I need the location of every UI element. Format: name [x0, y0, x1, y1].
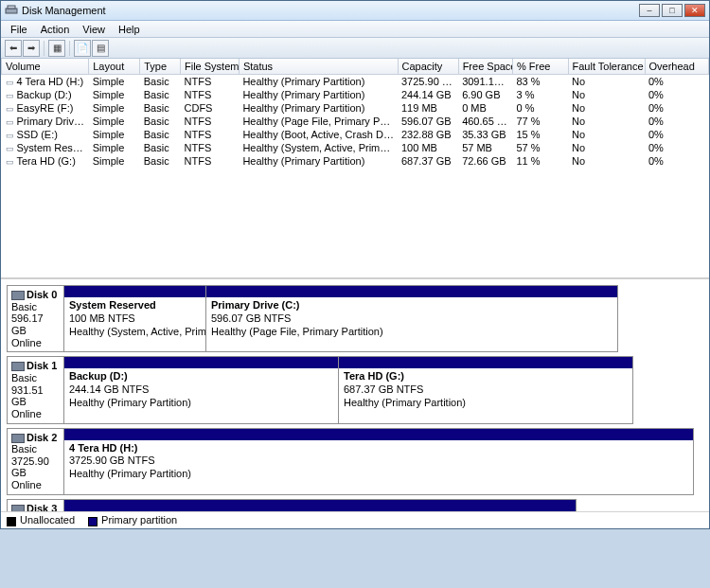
close-button[interactable]: ✕: [684, 4, 705, 17]
partition[interactable]: 4 Tera HD (H:)3725.90 GB NTFSHealthy (Pr…: [64, 429, 693, 494]
cell: 460.65 GB: [458, 115, 512, 128]
column-header[interactable]: Type: [140, 59, 181, 75]
disk-label[interactable]: Disk 3Basic232.88 GBOnline: [8, 500, 64, 511]
column-header[interactable]: Status: [239, 59, 398, 75]
volume-row[interactable]: Backup (D:)SimpleBasicNTFSHealthy (Prima…: [2, 88, 709, 101]
cell: 57 MB: [458, 141, 512, 154]
cell: NTFS: [181, 88, 240, 101]
volume-row[interactable]: EasyRE (F:)SimpleBasicCDFSHealthy (Prima…: [2, 101, 709, 115]
partition-bar: [64, 286, 205, 297]
help-button[interactable]: ▤: [92, 40, 109, 57]
cell: 596.07 GB: [398, 115, 458, 128]
column-header[interactable]: File System: [181, 59, 240, 75]
cell: 77 %: [513, 115, 569, 128]
content: VolumeLayoutTypeFile SystemStatusCapacit…: [1, 59, 709, 528]
cell: 35.33 GB: [458, 128, 512, 141]
column-header[interactable]: Free Space: [458, 59, 512, 75]
volume-table[interactable]: VolumeLayoutTypeFile SystemStatusCapacit…: [1, 59, 709, 168]
cell: Simple: [89, 115, 140, 128]
volume-list[interactable]: VolumeLayoutTypeFile SystemStatusCapacit…: [1, 59, 709, 279]
cell: Basic: [140, 75, 181, 89]
menu-action[interactable]: Action: [35, 23, 76, 36]
svg-rect-0: [6, 9, 17, 13]
partition-info: System Reserved100 MB NTFSHealthy (Syste…: [64, 297, 205, 340]
disk-label[interactable]: Disk 2Basic3725.90 GBOnline: [8, 429, 64, 494]
cell: 0%: [645, 141, 709, 154]
cell: Basic: [140, 115, 181, 128]
column-header[interactable]: Layout: [89, 59, 140, 75]
cell: 0%: [645, 88, 709, 101]
partition-info: Tera HD (G:)687.37 GB NTFSHealthy (Prima…: [339, 368, 632, 411]
cell: 4 Tera HD (H:): [2, 75, 89, 89]
forward-button[interactable]: ➡: [23, 40, 40, 57]
partitions: 4 Tera HD (H:)3725.90 GB NTFSHealthy (Pr…: [64, 429, 693, 494]
cell: Healthy (Primary Partition): [239, 154, 398, 168]
cell: 0 MB: [458, 101, 512, 115]
cell: No: [568, 154, 645, 168]
volume-row[interactable]: SSD (E:)SimpleBasicNTFSHealthy (Boot, Ac…: [2, 128, 709, 141]
cell: No: [568, 88, 645, 101]
disk-row[interactable]: Disk 2Basic3725.90 GBOnline4 Tera HD (H:…: [7, 428, 694, 495]
cell: 0%: [645, 154, 709, 168]
properties-button[interactable]: 📄: [74, 40, 91, 57]
cell: NTFS: [181, 154, 240, 168]
cell: EasyRE (F:): [2, 101, 89, 115]
disk-layout-panel[interactable]: Disk 0Basic596.17 GBOnlineSystem Reserve…: [1, 279, 709, 511]
minimize-button[interactable]: –: [639, 4, 660, 17]
disk-icon: [11, 505, 25, 511]
volume-row[interactable]: Primary Drive (C:)SimpleBasicNTFSHealthy…: [2, 115, 709, 128]
column-header[interactable]: Fault Tolerance: [568, 59, 645, 75]
column-header[interactable]: Overhead: [645, 59, 709, 75]
disk-icon: [11, 362, 25, 371]
cell: 119 MB: [398, 101, 458, 115]
cell: Healthy (Page File, Primary Partition): [239, 115, 398, 128]
cell: Basic: [140, 88, 181, 101]
partition-info: Primary Drive (C:)596.07 GB NTFSHealthy …: [206, 297, 617, 340]
refresh-button[interactable]: ▦: [48, 40, 65, 57]
desktop-area: [0, 529, 710, 588]
cell: 15 %: [513, 128, 569, 141]
cell: Simple: [89, 75, 140, 89]
disk-label[interactable]: Disk 0Basic596.17 GBOnline: [8, 286, 64, 351]
disk-row[interactable]: Disk 1Basic931.51 GBOnlineBackup (D:)244…: [7, 356, 633, 423]
menu-help[interactable]: Help: [113, 23, 146, 36]
cell: NTFS: [181, 115, 240, 128]
cell: 232.88 GB: [398, 128, 458, 141]
partitions: Backup (D:)244.14 GB NTFSHealthy (Primar…: [64, 357, 632, 422]
cell: SSD (E:): [2, 128, 89, 141]
partition[interactable]: Tera HD (G:)687.37 GB NTFSHealthy (Prima…: [339, 357, 632, 422]
cell: Simple: [89, 141, 140, 154]
menu-file[interactable]: File: [5, 23, 33, 36]
volume-row[interactable]: System ReservedSimpleBasicNTFSHealthy (S…: [2, 141, 709, 154]
partition[interactable]: SSD (E:)232.88 GB NTFSHealthy (Boot, Act…: [64, 500, 576, 511]
volume-row[interactable]: 4 Tera HD (H:)SimpleBasicNTFSHealthy (Pr…: [2, 75, 709, 89]
partition[interactable]: Backup (D:)244.14 GB NTFSHealthy (Primar…: [64, 357, 339, 422]
column-header[interactable]: % Free: [513, 59, 569, 75]
cell: Tera HD (G:): [2, 154, 89, 168]
cell: 0%: [645, 115, 709, 128]
toolbar-divider: [44, 41, 44, 56]
cell: No: [568, 128, 645, 141]
volume-row[interactable]: Tera HD (G:)SimpleBasicNTFSHealthy (Prim…: [2, 154, 709, 168]
toolbar-divider: [69, 41, 70, 56]
column-header[interactable]: Volume: [2, 59, 89, 75]
partition[interactable]: System Reserved100 MB NTFSHealthy (Syste…: [64, 286, 206, 351]
column-header[interactable]: Capacity: [398, 59, 458, 75]
cell: Basic: [140, 128, 181, 141]
maximize-button[interactable]: □: [662, 4, 683, 17]
disk-row[interactable]: Disk 3Basic232.88 GBOnlineSSD (E:)232.88…: [7, 499, 577, 511]
partition-bar: [64, 357, 338, 368]
menu-view[interactable]: View: [77, 23, 111, 36]
title-bar[interactable]: Disk Management – □ ✕: [1, 1, 709, 21]
partition-bar: [64, 500, 576, 511]
cell: Primary Drive (C:): [2, 115, 89, 128]
menu-bar: File Action View Help: [1, 21, 709, 38]
partition[interactable]: Primary Drive (C:)596.07 GB NTFSHealthy …: [206, 286, 617, 351]
cell: System Reserved: [2, 141, 89, 154]
window: Disk Management – □ ✕ File Action View H…: [0, 0, 710, 529]
cell: Healthy (Primary Partition): [239, 101, 398, 115]
disk-row[interactable]: Disk 0Basic596.17 GBOnlineSystem Reserve…: [7, 285, 618, 352]
back-button[interactable]: ⬅: [5, 40, 22, 57]
partition-info: Backup (D:)244.14 GB NTFSHealthy (Primar…: [64, 368, 338, 411]
disk-label[interactable]: Disk 1Basic931.51 GBOnline: [8, 357, 64, 422]
